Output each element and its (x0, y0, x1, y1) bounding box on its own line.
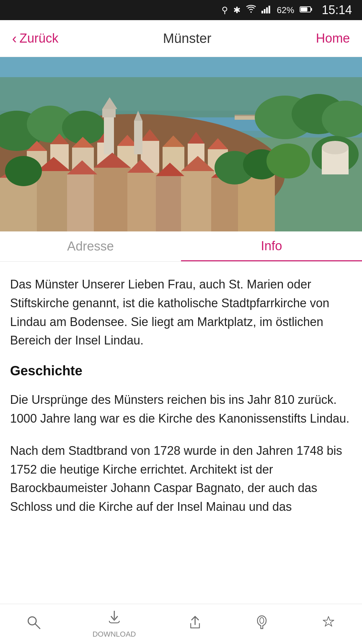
tabs-container: Adresse Info (0, 231, 362, 262)
svg-point-60 (5, 156, 42, 186)
svg-rect-6 (301, 7, 307, 11)
page-title: Münster (163, 31, 212, 46)
svg-rect-48 (156, 176, 184, 231)
battery-level: 62% (277, 5, 294, 15)
battery-icon (300, 5, 312, 15)
back-button[interactable]: ‹ Zurück (12, 31, 58, 46)
hero-image (0, 57, 362, 231)
signal-icon (261, 5, 272, 16)
svg-point-69 (260, 618, 264, 624)
status-bar: ⚲ ✱ 62% 15:14 (0, 0, 362, 20)
svg-rect-46 (94, 168, 131, 231)
tab-info-label: Info (261, 239, 282, 253)
audio-toolbar-item[interactable] (254, 614, 269, 634)
nav-bar: ‹ Zurück Münster Home (0, 20, 362, 57)
svg-rect-50 (211, 178, 241, 231)
bookmark-star-icon (321, 614, 336, 634)
clock: 15:14 (322, 3, 352, 17)
geschichte-para-2: Nach dem Stadtbrand von 1728 wurde in de… (10, 441, 352, 516)
search-icon (26, 614, 41, 634)
svg-rect-3 (268, 6, 270, 13)
content-area: Das Münster Unserer Lieben Frau, auch St… (0, 262, 362, 570)
svg-rect-2 (266, 7, 268, 13)
chevron-left-icon: ‹ (12, 32, 17, 46)
download-toolbar-item[interactable]: DOWNLOAD (93, 609, 136, 639)
download-icon (107, 609, 122, 629)
tab-adresse[interactable]: Adresse (0, 231, 181, 261)
svg-rect-45 (67, 174, 97, 231)
bottom-toolbar: DOWNLOAD (0, 604, 362, 644)
home-button[interactable]: Home (316, 31, 350, 46)
wifi-icon (246, 5, 256, 16)
tab-info[interactable]: Info (181, 231, 362, 261)
svg-rect-0 (261, 11, 263, 13)
svg-rect-1 (264, 9, 265, 13)
bookmark-toolbar-item[interactable] (321, 614, 336, 634)
svg-rect-47 (127, 173, 159, 231)
tab-adresse-label: Adresse (67, 239, 114, 254)
location-icon: ⚲ (222, 5, 228, 15)
svg-point-63 (266, 144, 310, 178)
svg-rect-44 (37, 171, 70, 231)
bluetooth-icon: ✱ (233, 5, 241, 15)
share-toolbar-item[interactable] (187, 614, 203, 634)
download-label: DOWNLOAD (93, 630, 136, 639)
section-title-geschichte: Geschichte (10, 363, 352, 378)
intro-paragraph: Das Münster Unserer Lieben Frau, auch St… (10, 275, 352, 350)
audio-icon (254, 614, 269, 634)
svg-line-68 (35, 624, 40, 629)
svg-rect-39 (102, 109, 116, 117)
share-icon (187, 614, 203, 634)
search-toolbar-item[interactable] (26, 614, 41, 634)
status-icons: ⚲ ✱ 62% (222, 5, 312, 16)
svg-rect-41 (134, 121, 142, 154)
svg-rect-38 (104, 114, 114, 154)
svg-rect-5 (311, 8, 312, 11)
svg-rect-49 (181, 171, 215, 231)
svg-rect-51 (238, 174, 275, 231)
back-label: Zurück (19, 31, 58, 46)
svg-point-66 (322, 141, 349, 154)
geschichte-para-1: Die Ursprünge des Münsters reichen bis i… (10, 390, 352, 428)
